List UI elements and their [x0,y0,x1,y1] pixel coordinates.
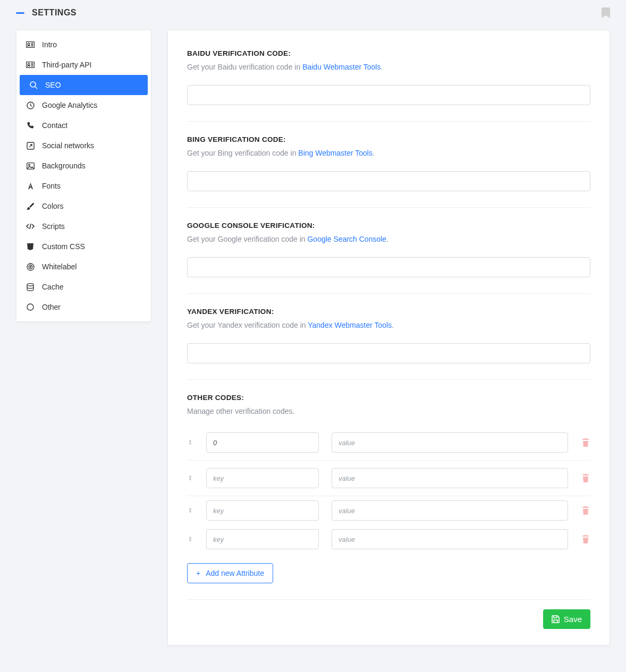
sort-handle-icon[interactable]: ▲▼ [187,507,193,514]
sort-handle-icon[interactable]: ▲▼ [187,439,193,446]
sidebar-item-seo[interactable]: SEO [20,75,148,95]
code-icon [26,222,35,231]
sidebar-item-whitelabel[interactable]: Whitelabel [16,257,151,277]
id-card-icon [26,40,35,49]
css-icon [26,242,35,251]
save-button[interactable]: Save [543,609,590,629]
bing-input[interactable] [187,171,590,191]
delete-icon[interactable] [581,438,590,447]
sidebar-item-label: Cache [42,283,63,291]
bing-desc: Get your Bing verification code in Bing … [187,149,590,157]
yandex-input[interactable] [187,343,590,363]
google-desc: Get your Google verification code in Goo… [187,235,590,243]
sidebar-item-cache[interactable]: Cache [16,277,151,297]
sidebar-item-custom-css[interactable]: Custom CSS [16,236,151,257]
settings-sidebar: Intro Third-party API SEO Google Analyti… [16,30,151,322]
sidebar-item-label: Colors [42,202,63,210]
sidebar-item-label: Whitelabel [42,262,77,271]
kv-key-input[interactable] [206,432,319,453]
sidebar-item-label: Social networks [42,141,94,150]
sort-handle-icon[interactable]: ▲▼ [187,536,193,542]
kv-row: ▲▼ [187,425,590,461]
collapse-icon[interactable] [16,12,24,14]
id-card-icon [26,61,35,69]
other-codes-desc: Manage other verification codes. [187,407,590,415]
svg-point-3 [28,63,30,65]
share-icon [26,141,35,150]
kv-row: ▲▼ [187,496,590,525]
svg-point-1 [28,43,30,45]
sidebar-item-label: Google Analytics [42,101,97,109]
image-icon [26,161,35,170]
page-title: SETTINGS [32,8,77,18]
kv-value-input[interactable] [332,500,568,521]
sidebar-item-third-party-api[interactable]: Third-party API [16,55,151,75]
save-icon [552,615,560,623]
delete-icon[interactable] [581,506,590,515]
baidu-field-group: BAIDU VERIFICATION CODE: Get your Baidu … [187,49,590,122]
panel-footer: Save [187,599,590,629]
svg-point-8 [28,164,30,166]
sidebar-item-label: SEO [45,81,61,89]
google-field-group: GOOGLE CONSOLE VERIFICATION: Get your Go… [187,222,590,294]
bookmark-icon[interactable] [602,7,610,18]
sidebar-item-label: Intro [42,40,57,49]
sort-handle-icon[interactable]: ▲▼ [187,475,193,481]
google-input[interactable] [187,257,590,277]
baidu-label: BAIDU VERIFICATION CODE: [187,49,590,57]
sidebar-item-scripts[interactable]: Scripts [16,216,151,236]
kv-row: ▲▼ [187,525,590,554]
sidebar-item-fonts[interactable]: Fonts [16,176,151,196]
delete-icon[interactable] [581,535,590,543]
svg-point-12 [27,283,33,286]
circle-icon [26,303,35,311]
sidebar-item-other[interactable]: Other [16,297,151,317]
kv-key-input[interactable] [206,529,319,549]
sidebar-item-social-networks[interactable]: Social networks [16,135,151,156]
kv-row: ▲▼ [187,461,590,496]
baidu-link[interactable]: Baidu Webmaster Tools [302,63,380,71]
sidebar-item-intro[interactable]: Intro [16,35,151,55]
kv-value-input[interactable] [332,529,568,549]
yandex-desc: Get your Yandex verification code in Yan… [187,321,590,329]
svg-point-4 [30,82,36,87]
bing-label: BING VERIFICATION CODE: [187,135,590,143]
yandex-label: YANDEX VERIFICATION: [187,308,590,316]
svg-point-13 [27,304,33,310]
target-icon [26,262,35,271]
sidebar-item-backgrounds[interactable]: Backgrounds [16,156,151,176]
page-header: SETTINGS [0,0,626,25]
bing-field-group: BING VERIFICATION CODE: Get your Bing ve… [187,135,590,208]
other-codes-label: OTHER CODES: [187,394,590,402]
sidebar-item-label: Other [42,303,61,311]
other-codes-group: OTHER CODES: Manage other verification c… [187,394,590,589]
bing-link[interactable]: Bing Webmaster Tools [298,149,373,157]
svg-point-11 [30,266,31,267]
delete-icon[interactable] [581,474,590,482]
sidebar-item-label: Scripts [42,222,65,231]
main-panel: BAIDU VERIFICATION CODE: Get your Baidu … [167,30,610,645]
sidebar-item-label: Backgrounds [42,161,86,170]
sidebar-item-label: Custom CSS [42,242,85,251]
sidebar-item-label: Third-party API [42,61,91,69]
search-icon [29,81,38,89]
clock-icon [26,101,35,109]
sidebar-item-label: Fonts [42,182,61,190]
yandex-link[interactable]: Yandex Webmaster Tools [308,321,392,329]
sidebar-item-label: Contact [42,121,67,130]
kv-value-input[interactable] [332,432,568,453]
google-label: GOOGLE CONSOLE VERIFICATION: [187,222,590,229]
add-attribute-button[interactable]: + Add new Attribute [187,563,273,583]
plus-icon: + [196,569,200,577]
baidu-desc: Get your Baidu verification code in Baid… [187,63,590,71]
sidebar-item-colors[interactable]: Colors [16,196,151,216]
kv-value-input[interactable] [332,468,568,488]
google-link[interactable]: Google Search Console [307,235,386,243]
phone-icon [26,121,35,130]
sidebar-item-contact[interactable]: Contact [16,115,151,135]
brush-icon [26,202,35,210]
baidu-input[interactable] [187,85,590,105]
kv-key-input[interactable] [206,468,319,488]
kv-key-input[interactable] [206,500,319,521]
sidebar-item-google-analytics[interactable]: Google Analytics [16,95,151,115]
